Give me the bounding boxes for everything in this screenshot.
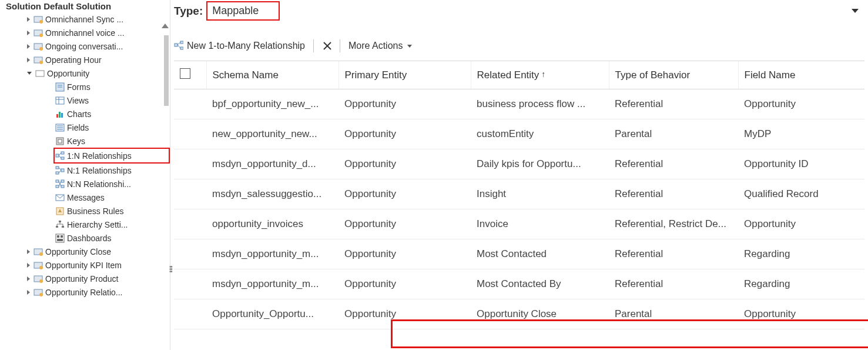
cell-field: Opportunity bbox=[738, 89, 864, 119]
cell-primary: Opportunity bbox=[339, 299, 471, 329]
svg-rect-44 bbox=[62, 226, 64, 228]
toolbar-separator bbox=[313, 39, 314, 52]
tree-node-messages[interactable]: Messages bbox=[55, 191, 170, 204]
svg-line-65 bbox=[177, 45, 180, 48]
svg-point-58 bbox=[39, 279, 43, 283]
type-select[interactable]: Mappable bbox=[206, 1, 280, 21]
tree-node-keys[interactable]: Keys bbox=[55, 134, 170, 148]
more-actions-button[interactable]: More Actions bbox=[348, 41, 412, 51]
tree-node-hierarchy-settings[interactable]: Hierarchy Setti... bbox=[55, 218, 170, 231]
tree-node-1n-relationships[interactable]: 1:N Relationships bbox=[53, 148, 170, 164]
cell-schema: opportunity_invoices bbox=[206, 209, 339, 239]
cell-field: Opportunity bbox=[738, 299, 864, 329]
svg-rect-36 bbox=[61, 180, 64, 182]
cell-behavior: Referential bbox=[609, 239, 738, 269]
views-icon bbox=[55, 96, 65, 105]
table-row[interactable]: opportunity_invoicesOpportunityInvoiceRe… bbox=[174, 209, 864, 239]
cell-field: Opportunity ID bbox=[738, 149, 864, 179]
entity-icon bbox=[33, 28, 43, 38]
chevron-down-icon bbox=[407, 45, 412, 48]
sidebar-title: Solution Default Solution bbox=[0, 0, 170, 12]
tree-node-views[interactable]: Views bbox=[55, 94, 170, 107]
tree-node-charts[interactable]: Charts bbox=[55, 107, 170, 121]
svg-rect-8 bbox=[36, 71, 44, 76]
cell-schema: bpf_opportunity_new_... bbox=[206, 89, 339, 119]
messages-icon bbox=[55, 193, 65, 202]
hierarchy-icon bbox=[55, 220, 65, 229]
svg-rect-62 bbox=[180, 41, 183, 44]
svg-rect-23 bbox=[58, 139, 62, 143]
svg-rect-26 bbox=[61, 157, 64, 159]
tree-node[interactable]: Opportunity KPI Item bbox=[26, 258, 170, 272]
toolbar-separator bbox=[340, 39, 340, 52]
tree-node-fields[interactable]: Fields bbox=[55, 121, 170, 134]
entity-icon bbox=[33, 15, 43, 24]
tree-node[interactable]: Ongoing conversati... bbox=[26, 39, 170, 53]
dropdown-caret-icon[interactable] bbox=[852, 9, 859, 13]
table-row[interactable]: bpf_opportunity_new_...Opportunitybusine… bbox=[174, 89, 864, 119]
svg-rect-24 bbox=[56, 154, 59, 157]
svg-point-1 bbox=[39, 20, 43, 24]
table-row[interactable]: msdyn_opportunity_d...OpportunityDaily k… bbox=[174, 149, 864, 179]
charts-icon bbox=[55, 109, 65, 119]
column-header-primary[interactable]: Primary Entity bbox=[339, 61, 471, 89]
svg-rect-25 bbox=[61, 152, 64, 154]
tree-node[interactable]: Operating Hour bbox=[26, 53, 170, 66]
select-all-checkbox[interactable] bbox=[180, 68, 190, 79]
scrollbar-up-arrow[interactable] bbox=[162, 24, 169, 28]
column-header-related[interactable]: Related Entity↑ bbox=[471, 61, 609, 89]
tree-node[interactable]: Omnichannel voice ... bbox=[26, 26, 170, 39]
relationship-1n-icon bbox=[55, 151, 65, 161]
tree-node-n1-relationships[interactable]: N:1 Relationships bbox=[55, 164, 170, 177]
tree-node-business-rules[interactable]: Business Rules bbox=[55, 204, 170, 218]
tree-node-dashboards[interactable]: Dashboards bbox=[55, 231, 170, 245]
entity-icon bbox=[33, 247, 43, 256]
entity-icon bbox=[33, 42, 43, 51]
table-row[interactable]: new_opportunity_new...OpportunitycustomE… bbox=[174, 119, 864, 149]
svg-rect-37 bbox=[61, 185, 64, 188]
svg-line-28 bbox=[59, 155, 61, 158]
cell-behavior: Parental bbox=[609, 299, 738, 329]
cell-primary: Opportunity bbox=[339, 119, 471, 149]
forms-icon bbox=[55, 82, 65, 92]
tree-node[interactable]: Opportunity Close bbox=[26, 245, 170, 258]
svg-line-27 bbox=[59, 153, 61, 155]
table-row[interactable]: msdyn_opportunity_m...OpportunityMost Co… bbox=[174, 239, 864, 269]
table-row[interactable]: msdyn_opportunity_m...OpportunityMost Co… bbox=[174, 269, 864, 299]
cell-related: business process flow ... bbox=[471, 89, 609, 119]
cell-behavior: Referential bbox=[609, 149, 738, 179]
cell-related: Opportunity Close bbox=[471, 299, 609, 329]
tree-node[interactable]: Omnichannel Sync ... bbox=[26, 12, 170, 26]
tree-node-opportunity[interactable]: Opportunity bbox=[26, 66, 170, 80]
column-header-schema[interactable]: Schema Name bbox=[206, 61, 339, 89]
cell-related: Daily kpis for Opportu... bbox=[471, 149, 609, 179]
business-rules-icon bbox=[55, 206, 65, 216]
svg-rect-63 bbox=[180, 47, 183, 49]
svg-rect-17 bbox=[61, 113, 63, 118]
svg-rect-42 bbox=[59, 221, 61, 222]
cell-primary: Opportunity bbox=[339, 179, 471, 209]
svg-rect-34 bbox=[56, 180, 59, 182]
tree-node-forms[interactable]: Forms bbox=[55, 80, 170, 94]
svg-rect-15 bbox=[56, 114, 58, 118]
delete-button[interactable] bbox=[322, 41, 331, 51]
table-row[interactable]: msdyn_salessuggestio...OpportunityInsigh… bbox=[174, 179, 864, 209]
svg-line-64 bbox=[177, 42, 180, 45]
tree-node-nn-relationships[interactable]: N:N Relationshi... bbox=[55, 177, 170, 191]
svg-rect-30 bbox=[56, 166, 59, 169]
column-header-checkbox[interactable] bbox=[174, 61, 206, 89]
table-row[interactable]: Opportunity_Opportu...OpportunityOpportu… bbox=[174, 299, 864, 329]
scrollbar-thumb[interactable] bbox=[164, 35, 169, 106]
cell-field: MyDP bbox=[738, 119, 864, 149]
tree-node[interactable]: Opportunity Relatio... bbox=[26, 285, 170, 299]
main-panel: Type: Mappable New 1-to-Many Relationshi… bbox=[170, 0, 868, 350]
cell-field: Qualified Record bbox=[738, 179, 864, 209]
new-relationship-button[interactable]: New 1-to-Many Relationship bbox=[174, 41, 305, 51]
column-header-field[interactable]: Field Name bbox=[738, 61, 864, 89]
svg-rect-61 bbox=[175, 44, 177, 46]
svg-point-56 bbox=[39, 266, 43, 269]
column-header-behavior[interactable]: Type of Behavior bbox=[609, 61, 738, 89]
cell-schema: msdyn_opportunity_m... bbox=[206, 239, 339, 269]
entity-icon bbox=[33, 261, 43, 270]
tree-node[interactable]: Opportunity Product bbox=[26, 272, 170, 285]
